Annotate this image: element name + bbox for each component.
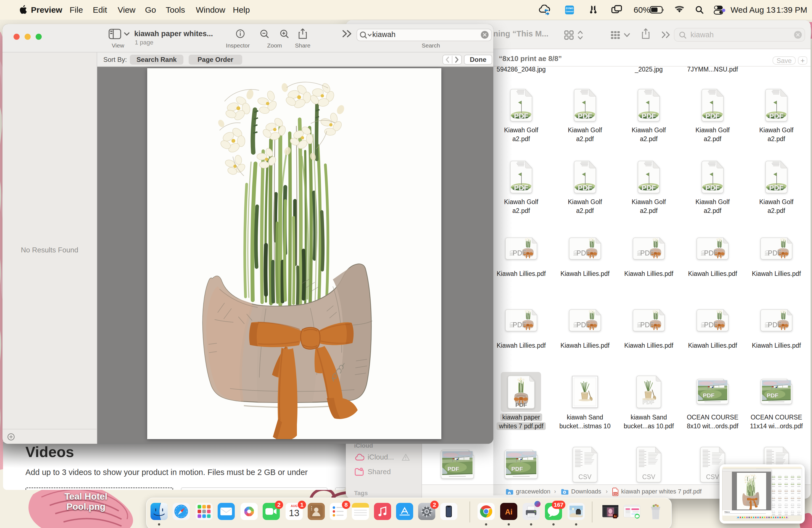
svg-text:CSV: CSV bbox=[642, 473, 655, 481]
svg-text:PDF: PDF bbox=[768, 321, 782, 328]
svg-text:PDF: PDF bbox=[576, 249, 590, 257]
svg-text:PDF: PDF bbox=[640, 249, 654, 257]
svg-text:PDF: PDF bbox=[640, 321, 654, 328]
svg-text:CSV: CSV bbox=[578, 473, 592, 481]
svg-text:PDF: PDF bbox=[704, 321, 718, 328]
svg-text:PDF: PDF bbox=[703, 392, 714, 398]
svg-text:PDF: PDF bbox=[642, 112, 656, 120]
svg-text:PDF: PDF bbox=[769, 112, 784, 120]
svg-text:PDF: PDF bbox=[613, 492, 618, 495]
svg-text:PDF: PDF bbox=[512, 249, 526, 257]
svg-text:PDF: PDF bbox=[514, 184, 528, 192]
svg-text:PDF: PDF bbox=[706, 112, 720, 120]
svg-text:CSV: CSV bbox=[706, 473, 719, 481]
svg-text:PDF: PDF bbox=[516, 401, 527, 408]
svg-text:PDF: PDF bbox=[578, 184, 592, 192]
svg-text:PDF: PDF bbox=[642, 399, 654, 405]
svg-text:PDF: PDF bbox=[768, 249, 782, 257]
svg-text:PDF: PDF bbox=[512, 321, 526, 328]
svg-text:PDF: PDF bbox=[576, 321, 590, 328]
svg-text:PDF: PDF bbox=[706, 184, 720, 192]
svg-text:PDF: PDF bbox=[578, 112, 592, 120]
svg-text:13: 13 bbox=[289, 508, 300, 518]
svg-text:PDF: PDF bbox=[511, 466, 523, 472]
svg-text:Ai: Ai bbox=[614, 515, 617, 518]
svg-text:PDF: PDF bbox=[767, 392, 778, 398]
svg-text:PDF: PDF bbox=[769, 184, 784, 192]
svg-text:PDF: PDF bbox=[447, 466, 459, 472]
svg-text:PDF: PDF bbox=[642, 184, 656, 192]
svg-text:AUG: AUG bbox=[291, 504, 298, 508]
svg-text:PDF: PDF bbox=[514, 112, 528, 120]
svg-text:Ai: Ai bbox=[505, 508, 512, 516]
svg-text:PDF: PDF bbox=[704, 249, 718, 257]
